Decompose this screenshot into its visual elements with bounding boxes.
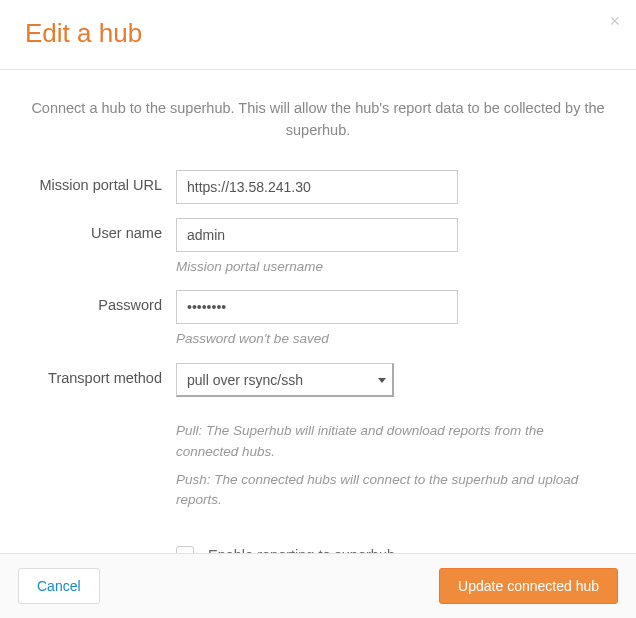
- password-help: Password won't be saved: [176, 330, 458, 349]
- label-password: Password: [18, 290, 176, 313]
- transport-selected-value: pull over rsync/ssh: [187, 372, 303, 388]
- label-transport: Transport method: [18, 363, 176, 386]
- row-url: Mission portal URL: [18, 170, 618, 204]
- row-password: Password Password won't be saved: [18, 290, 618, 349]
- label-url: Mission portal URL: [18, 170, 176, 193]
- transport-help-push: Push: The connected hubs will connect to…: [176, 470, 596, 511]
- password-input[interactable]: [176, 290, 458, 324]
- mission-portal-url-input[interactable]: [176, 170, 458, 204]
- modal-title: Edit a hub: [25, 18, 611, 49]
- row-username: User name Mission portal username: [18, 218, 618, 277]
- label-username: User name: [18, 218, 176, 241]
- transport-help-pull: Pull: The Superhub will initiate and dow…: [176, 421, 596, 462]
- cancel-button[interactable]: Cancel: [18, 568, 100, 604]
- username-help: Mission portal username: [176, 258, 458, 277]
- update-connected-hub-button[interactable]: Update connected hub: [439, 568, 618, 604]
- modal-body: Connect a hub to the superhub. This will…: [0, 70, 636, 594]
- row-transport: Transport method pull over rsync/ssh Pul…: [18, 363, 618, 518]
- modal-header: Edit a hub ×: [0, 0, 636, 70]
- transport-help: Pull: The Superhub will initiate and dow…: [176, 421, 596, 510]
- username-input[interactable]: [176, 218, 458, 252]
- intro-text: Connect a hub to the superhub. This will…: [18, 98, 618, 142]
- close-icon[interactable]: ×: [609, 12, 620, 30]
- modal-footer: Cancel Update connected hub: [0, 553, 636, 618]
- transport-method-select[interactable]: pull over rsync/ssh: [176, 363, 394, 397]
